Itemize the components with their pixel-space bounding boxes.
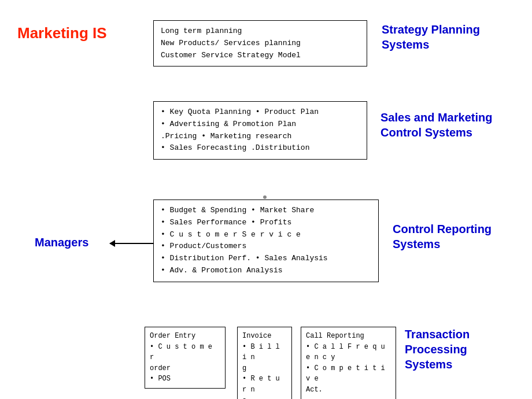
order-line3: • POS [150,375,171,383]
call-line1: • C a l l F r e q u e n c y [306,343,385,362]
invoice-title: Invoice [242,332,271,340]
control-line5: • Distribution Perf. • Sales Analysis [161,254,328,263]
sales-line2: • Advertising & Promotion Plan [161,120,296,128]
invoice-box: Invoice • B i l l i n g • R e t u r n s [237,327,292,399]
invoice-line1: • B i l l i n [242,343,280,362]
control-label: Control Reporting Systems [393,221,526,252]
order-line1: • C u s t o m e r [150,343,212,362]
sales-line4: • Sales Forecasting .Distribution [161,143,309,152]
sales-box: • Key Quota Planning • Product Plan • Ad… [153,101,367,160]
page-container: Marketing IS Long term planning New Prod… [0,0,532,399]
strategy-line3: Customer Service Strategy Model [161,51,301,60]
call-reporting-box: Call Reporting • C a l l F r e q u e n c… [301,327,396,399]
strategy-line2: New Products/ Services planning [161,39,301,47]
strategy-line1: Long term planning [161,27,242,35]
order-title: Order Entry [150,332,195,340]
call-line2: • C o m p e t i t i v e [306,364,385,383]
control-box: • Budget & Spending • Market Share • Sal… [153,200,379,282]
control-line6: • Adv. & Promotion Analysis [161,266,283,275]
order-entry-box: Order Entry • C u s t o m e r order • PO… [145,327,226,389]
dot-indicator [263,195,267,199]
invoice-line4: s [242,397,246,399]
order-line2: order [150,364,171,372]
sales-line1: • Key Quota Planning • Product Plan [161,108,319,116]
sales-label: Sales and Marketing Control Systems [380,110,519,140]
control-line2: • Sales Performance • Profits [161,218,291,227]
managers-arrow [110,243,153,244]
marketing-is-title: Marketing IS [17,24,107,42]
strategy-label: Strategy Planning Systems [382,22,520,52]
managers-label: Managers [35,236,88,249]
invoice-line3: • R e t u r n [242,375,280,394]
control-line1: • Budget & Spending • Market Share [161,206,314,215]
control-line3: • C u s t o m e r S e r v i c e [161,230,301,239]
call-title: Call Reporting [306,332,364,340]
transaction-label: Transaction Processing Systems [405,327,526,372]
control-line4: • Product/Customers [161,242,246,250]
invoice-line2: g [242,364,246,372]
call-line3: Act. [306,386,323,394]
strategy-box: Long term planning New Products/ Service… [153,20,367,66]
sales-line3: .Pricing • Marketing research [161,132,291,141]
